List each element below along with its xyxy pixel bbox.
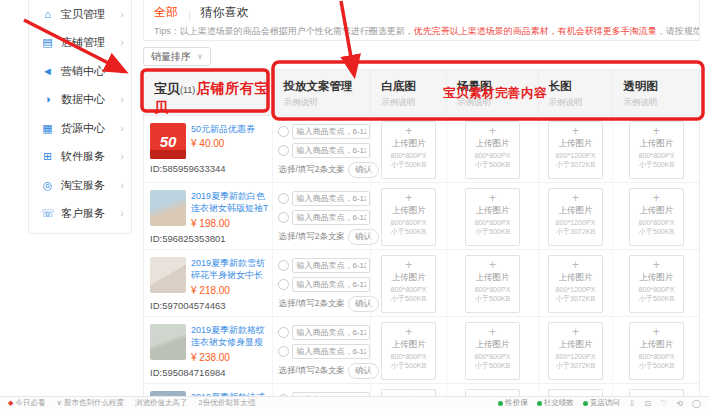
tab-all[interactable]: 全部 bbox=[154, 4, 178, 21]
example-link[interactable]: 示例说明 bbox=[623, 97, 699, 109]
upload-limit: 小于500KB bbox=[467, 161, 517, 169]
status-badge[interactable]: 社交绩效 bbox=[537, 398, 574, 408]
selling-point-input[interactable] bbox=[292, 191, 370, 206]
selling-point-input[interactable] bbox=[292, 344, 370, 359]
upload-image-button[interactable]: + 上传图片 800*800PX 小于500KB bbox=[465, 121, 520, 179]
data-center-icon: ◑ bbox=[41, 94, 54, 105]
sidebar-item[interactable]: ⊞ 软件服务 › bbox=[29, 143, 131, 172]
status-badge[interactable]: 性价保 bbox=[498, 398, 528, 408]
bookmark-item[interactable]: ∨ 股市也到什么程度 bbox=[56, 398, 124, 408]
bookmark-item[interactable]: 浏览价值太高了 bbox=[135, 398, 188, 408]
upload-label: 上传图片 bbox=[549, 272, 602, 282]
table-row: 50 50元新品优惠券 ¥ 40.00 ID:585959633344 选择/填… bbox=[144, 116, 699, 183]
upload-image-button[interactable]: + 上传图片 800*800PX 小于500KB bbox=[465, 255, 520, 313]
product-title-link[interactable]: 2019夏季新款雪纺碎花半身裙女中长款显瘦白 bbox=[191, 257, 269, 282]
upload-size: 800*800PX bbox=[631, 286, 681, 294]
plus-icon: + bbox=[630, 192, 683, 205]
status-badge[interactable]: 竞店访问 bbox=[583, 398, 620, 408]
selling-point-input[interactable] bbox=[292, 143, 370, 158]
product-price: ¥ 198.00 bbox=[191, 218, 269, 229]
selling-point-checkbox[interactable] bbox=[278, 126, 289, 137]
sidebar-item-label: 营销中心 bbox=[61, 64, 113, 79]
selling-point-checkbox[interactable] bbox=[278, 193, 289, 204]
selling-point-input[interactable] bbox=[292, 258, 370, 273]
product-title-link[interactable]: 2019夏季新款白色连衣裙女韩版短袖T恤中长款 bbox=[191, 190, 269, 215]
upload-image-button[interactable]: + 上传图片 800*800PX 小于500KB bbox=[629, 322, 684, 380]
supply-center-icon: ▦ bbox=[41, 123, 54, 134]
product-title-link[interactable]: 50元新品优惠券 bbox=[191, 123, 255, 135]
sidebar-item[interactable]: ◎ 淘宝服务 › bbox=[29, 171, 131, 200]
upload-image-button[interactable]: + 上传图片 800*800PX 小于500KB bbox=[381, 322, 436, 380]
product-image[interactable]: 50 bbox=[150, 123, 186, 159]
sidebar-item[interactable]: ▦ 货源中心 › bbox=[29, 114, 131, 143]
upload-image-button[interactable]: + 上传图片 800*800PX 小于500KB bbox=[381, 121, 436, 179]
sidebar-item[interactable]: ◑ 数据中心 › bbox=[29, 86, 131, 115]
selling-point-checkbox[interactable] bbox=[278, 145, 289, 156]
product-title-link[interactable]: 2019夏季新款格纹连衣裙女修身显瘦小众同款 bbox=[191, 324, 269, 349]
selling-point-checkbox[interactable] bbox=[278, 346, 289, 357]
software-service-icon: ⊞ bbox=[41, 151, 54, 162]
selling-point-cell: 选择/填写2条文案 确认 取消 bbox=[272, 317, 370, 383]
tab-divider: | bbox=[188, 9, 191, 21]
column-title: 透明图 bbox=[623, 79, 699, 94]
sidebar-item[interactable]: ⌂ 宝贝管理 › bbox=[29, 0, 131, 29]
column-title: 长图 bbox=[549, 79, 613, 94]
column-title: 场景图 bbox=[457, 79, 538, 94]
scene-upload-cell: + 上传图片 800*800PX 小于500KB bbox=[446, 317, 538, 383]
sidebar-item[interactable]: ◄ 营销中心 › bbox=[29, 57, 131, 86]
upload-size: 800*1200PX bbox=[550, 219, 600, 227]
bookmark-item[interactable]: 2份优价划算太强 bbox=[198, 398, 255, 408]
selling-point-checkbox[interactable] bbox=[278, 212, 289, 223]
upload-size: 800*800PX bbox=[631, 219, 681, 227]
sort-dropdown[interactable]: 销量排序 ∨ bbox=[143, 47, 211, 66]
upload-image-button[interactable]: + 上传图片 800*1200PX 小于3072KB bbox=[548, 255, 603, 313]
selling-point-input[interactable] bbox=[292, 124, 370, 139]
sidebar-item[interactable]: ▤ 店铺管理 › bbox=[29, 29, 131, 58]
plus-icon: + bbox=[549, 125, 602, 138]
sidebar-item-label: 店铺管理 bbox=[61, 35, 113, 50]
upload-limit: 小于3072KB bbox=[550, 161, 600, 169]
example-link[interactable]: 示例说明 bbox=[457, 97, 538, 109]
selling-point-input[interactable] bbox=[292, 210, 370, 225]
upload-label: 上传图片 bbox=[630, 205, 683, 215]
upload-image-button[interactable]: + 上传图片 800*800PX 小于500KB bbox=[629, 188, 684, 246]
product-image[interactable] bbox=[150, 257, 186, 293]
selling-point-checkbox[interactable] bbox=[278, 327, 289, 338]
upload-size: 800*800PX bbox=[384, 286, 434, 294]
upload-label: 上传图片 bbox=[382, 138, 435, 148]
upload-image-button[interactable]: + 上传图片 800*1200PX 小于3072KB bbox=[548, 121, 603, 179]
window-icon[interactable]: ⊡ bbox=[644, 399, 651, 408]
upload-image-button[interactable]: + 上传图片 800*800PX 小于500KB bbox=[465, 322, 520, 380]
favorite-icon[interactable]: ♡ bbox=[660, 399, 667, 408]
chevron-right-icon: › bbox=[120, 123, 124, 134]
tab-guess-you-like[interactable]: 猜你喜欢 bbox=[201, 4, 249, 21]
refresh-icon[interactable]: ⟲ bbox=[676, 399, 683, 408]
example-link[interactable]: 示例说明 bbox=[549, 97, 613, 109]
product-image[interactable] bbox=[150, 324, 186, 360]
download-icon[interactable]: ⇩ bbox=[629, 399, 636, 408]
upload-label: 上传图片 bbox=[466, 205, 519, 215]
upload-image-button[interactable]: + 上传图片 800*1200PX 小于3072KB bbox=[548, 322, 603, 380]
product-id: ID:597004574463 bbox=[150, 300, 269, 311]
upload-limit: 小于500KB bbox=[631, 228, 681, 236]
upload-image-button[interactable]: + 上传图片 800*800PX 小于500KB bbox=[465, 188, 520, 246]
upload-image-button[interactable]: + 上传图片 800*1200PX 小于3072KB bbox=[548, 188, 603, 246]
product-image[interactable] bbox=[150, 190, 186, 226]
example-link[interactable]: 示例说明 bbox=[284, 97, 371, 109]
upload-image-button[interactable]: + 上传图片 800*800PX 小于500KB bbox=[629, 255, 684, 313]
example-link[interactable]: 示例说明 bbox=[381, 97, 446, 109]
selling-point-input[interactable] bbox=[292, 325, 370, 340]
selling-point-input[interactable] bbox=[292, 277, 370, 292]
profile-icon[interactable]: ◯ bbox=[692, 399, 701, 408]
selling-point-checkbox[interactable] bbox=[278, 279, 289, 290]
whitebg-upload-cell: + 上传图片 800*800PX 小于500KB bbox=[370, 116, 446, 182]
upload-limit: 小于500KB bbox=[631, 362, 681, 370]
upload-image-button[interactable]: + 上传图片 800*800PX 小于500KB bbox=[381, 255, 436, 313]
sidebar-item[interactable]: ☏ 客户服务 › bbox=[29, 200, 131, 229]
column-header-scene: 场景图 示例说明 bbox=[446, 70, 538, 115]
selling-point-checkbox[interactable] bbox=[278, 260, 289, 271]
upload-image-button[interactable]: + 上传图片 800*800PX 小于500KB bbox=[381, 188, 436, 246]
upload-image-button[interactable]: + 上传图片 800*800PX 小于500KB bbox=[629, 121, 684, 179]
bookmark-item[interactable]: ◆今日必看 bbox=[8, 398, 45, 408]
copy-hint: 选择/填写2条文案 bbox=[278, 231, 345, 243]
